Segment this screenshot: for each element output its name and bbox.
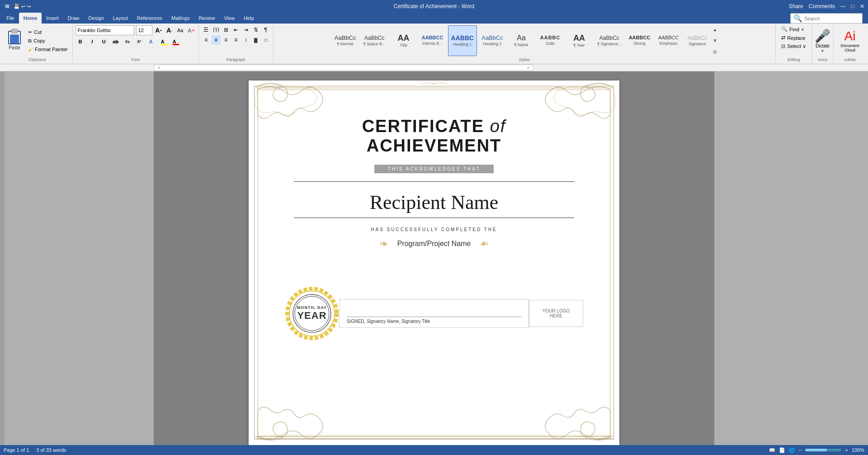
font-color-button[interactable]: A: [170, 37, 179, 47]
view-web-icon[interactable]: 🌐: [789, 447, 795, 453]
comments-btn[interactable]: Comments: [809, 3, 835, 9]
font-row1: A+ A- Aa A✕: [75, 25, 196, 35]
paste-button[interactable]: Paste: [5, 25, 24, 56]
styles-group: AaBbCc ¶ Normal AaBbCc ¶ Space B... AA T…: [274, 24, 776, 63]
search-input[interactable]: [804, 16, 859, 21]
font-grow-button[interactable]: A+: [154, 26, 163, 35]
borders-button[interactable]: □: [261, 35, 270, 44]
style-emphasis[interactable]: AABBCC Emphasis: [655, 25, 682, 56]
styles-scroll-down[interactable]: ▼: [713, 38, 717, 43]
format-painter-icon: 🖌: [28, 47, 33, 52]
font-name-input[interactable]: [75, 25, 134, 35]
tab-insert[interactable]: Insert: [42, 13, 63, 24]
shading-button[interactable]: ▓: [251, 35, 260, 44]
align-center-button[interactable]: ≡: [212, 35, 221, 44]
style-normal[interactable]: AaBbCc ¶ Normal: [332, 25, 359, 56]
tab-references[interactable]: References: [132, 13, 167, 24]
style-intense-e[interactable]: AABBCC Intense E...: [419, 25, 446, 56]
align-left-button[interactable]: ≡: [202, 35, 211, 44]
style-heading1[interactable]: AABBC Heading 1: [448, 25, 477, 56]
find-button[interactable]: 🔍 Find ∨: [778, 25, 807, 33]
sig-line: [347, 317, 521, 317]
tab-layout[interactable]: Layout: [108, 13, 132, 24]
style-strong[interactable]: AABBCC Strong: [626, 25, 653, 56]
styles-scroll-up[interactable]: ▲: [713, 27, 717, 32]
sig-name: Signatory Name: [367, 319, 399, 324]
style-heading2-preview: AaBbCc: [481, 35, 503, 41]
numbering-button[interactable]: ⑴: [212, 25, 221, 34]
share-btn[interactable]: Share: [789, 3, 803, 9]
view-read-icon[interactable]: 📖: [769, 447, 775, 453]
minimize-btn[interactable]: —: [840, 3, 846, 9]
tab-help[interactable]: Help: [239, 13, 259, 24]
text-effects-button[interactable]: A: [146, 37, 156, 47]
status-left: Page 1 of 1 3 of 33 words: [4, 447, 66, 453]
copy-button[interactable]: ⧉ Copy: [26, 37, 70, 45]
svg-rect-3: [255, 438, 613, 439]
bold-button[interactable]: B: [75, 37, 85, 47]
dictate-label: Dictate: [816, 43, 830, 48]
paragraph-group: ☰ ⑴ ⊞ ⇤ ⇥ ⇅ ¶ ≡ ≡ ≡ ≡ ↕ ▓ □ Paragraph: [199, 24, 274, 63]
tab-design[interactable]: Design: [84, 13, 108, 24]
font-size-input[interactable]: [136, 25, 152, 35]
italic-button[interactable]: I: [87, 37, 97, 47]
bullets-button[interactable]: ☰: [202, 25, 211, 34]
tab-home[interactable]: Home: [19, 13, 42, 24]
underline-button[interactable]: U: [99, 37, 109, 47]
change-case-button[interactable]: Aa: [176, 26, 185, 35]
zoom-in-icon[interactable]: +: [845, 447, 848, 453]
seal-month: MONTH, DAY: [294, 305, 330, 310]
close-btn[interactable]: ✕: [860, 3, 864, 9]
cert-signature-area: SIGNED, Signatory Name, Signatory Title: [339, 299, 529, 328]
select-button[interactable]: ⊡ Select ∨: [778, 43, 809, 50]
adobe-button[interactable]: Ai Document Cloud: [836, 29, 863, 52]
style-sig2[interactable]: AaBbCc Signature: [684, 25, 711, 56]
style-title[interactable]: AA Title: [390, 25, 417, 56]
clear-formatting-button[interactable]: A✕: [187, 26, 196, 35]
tab-file[interactable]: File: [2, 13, 19, 24]
strikethrough-button[interactable]: ab: [111, 37, 121, 47]
styles-expand[interactable]: ⊟: [713, 49, 717, 54]
indent-increase-button[interactable]: ⇥: [241, 25, 250, 34]
highlight-button[interactable]: A: [158, 37, 168, 47]
format-painter-button[interactable]: 🖌 Format Painter: [26, 46, 70, 53]
replace-button[interactable]: ⇄ Replace: [778, 34, 808, 42]
style-signature[interactable]: AaBbCc ¶ Signature...: [594, 25, 624, 56]
cut-button[interactable]: ✂ Cut: [26, 28, 70, 36]
tab-draw[interactable]: Draw: [63, 13, 84, 24]
subscript-button[interactable]: X₂: [123, 37, 132, 47]
tab-review[interactable]: Review: [194, 13, 219, 24]
style-date[interactable]: AABBC Date: [537, 25, 564, 56]
ribbon: Paste ✂ Cut ⧉ Copy 🖌 Format Painter Clip…: [0, 24, 868, 64]
tab-view[interactable]: View: [219, 13, 239, 24]
dictate-button[interactable]: 🎤 Dictate ∨: [815, 28, 830, 53]
style-heading1-preview: AABBC: [451, 35, 474, 41]
indent-decrease-button[interactable]: ⇤: [231, 25, 241, 34]
program-deco-right: ❧: [480, 237, 489, 250]
maximize-btn[interactable]: □: [851, 3, 854, 9]
style-year[interactable]: AA ¶ Year: [566, 25, 593, 56]
cert-program-row: ❧ Program/Project Name ❧: [294, 237, 574, 250]
styles-scroll[interactable]: ▲ ▼ ⊟: [713, 25, 717, 56]
search-box[interactable]: 🔍: [790, 13, 863, 24]
view-print-icon[interactable]: 📄: [779, 447, 785, 453]
pilcrow-button[interactable]: ¶: [261, 25, 270, 34]
superscript-button[interactable]: X²: [134, 37, 144, 47]
multilevel-button[interactable]: ⊞: [222, 25, 231, 34]
para-row2: ≡ ≡ ≡ ≡ ↕ ▓ □: [202, 35, 270, 44]
line-spacing-button[interactable]: ↕: [241, 35, 250, 44]
style-heading2[interactable]: AaBbCc Heading 2: [479, 25, 506, 56]
style-space-before[interactable]: AaBbCc ¶ Space B...: [361, 25, 388, 56]
paste-label: Paste: [9, 45, 20, 50]
tab-mailings[interactable]: Mailings: [167, 13, 194, 24]
style-name[interactable]: Aa ¶ Name: [508, 25, 535, 56]
page-info: Page 1 of 1: [4, 447, 29, 453]
align-right-button[interactable]: ≡: [222, 35, 231, 44]
style-heading1-label: Heading 1: [453, 42, 472, 47]
zoom-slider[interactable]: [805, 449, 841, 451]
font-shrink-button[interactable]: A-: [165, 26, 174, 35]
justify-button[interactable]: ≡: [231, 35, 241, 44]
copy-icon: ⧉: [28, 38, 32, 44]
zoom-out-icon[interactable]: −: [799, 447, 802, 453]
sort-button[interactable]: ⇅: [251, 25, 260, 34]
